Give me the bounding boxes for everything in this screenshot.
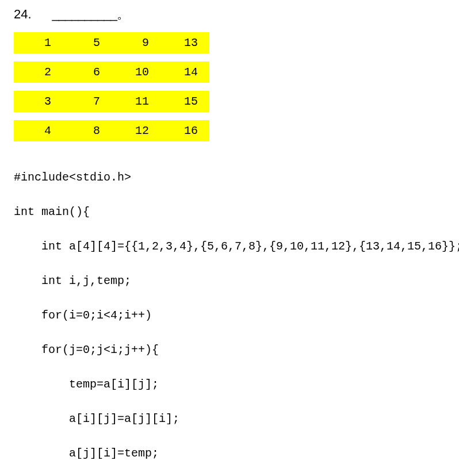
code-block: #include<stdio.h> int main(){ int a[4][4… bbox=[14, 152, 459, 476]
matrix-cell: 2 bbox=[14, 66, 63, 79]
code-line: a[j][i]=temp; bbox=[14, 445, 459, 462]
code-line: temp=a[i][j]; bbox=[14, 376, 459, 393]
blank-line: __________。 bbox=[52, 6, 129, 23]
matrix-row: 2 6 10 14 bbox=[14, 62, 209, 83]
code-line: a[i][j]=a[j][i]; bbox=[14, 410, 459, 428]
matrix-cell: 16 bbox=[160, 124, 209, 137]
question-number: 24. bbox=[14, 7, 32, 22]
matrix-cell: 6 bbox=[63, 66, 112, 79]
code-line: for(i=0;i<4;i++) bbox=[14, 307, 459, 324]
matrix-row: 4 8 12 16 bbox=[14, 120, 209, 141]
matrix-cell: 12 bbox=[112, 124, 160, 137]
matrix-cell: 15 bbox=[160, 95, 209, 108]
code-line: #include<stdio.h> bbox=[14, 169, 459, 186]
matrix-cell: 5 bbox=[63, 36, 112, 49]
matrix-cell: 3 bbox=[14, 95, 63, 108]
matrix-cell: 7 bbox=[63, 95, 112, 108]
code-line: for(j=0;j<i;j++){ bbox=[14, 341, 459, 359]
matrix-row: 1 5 9 13 bbox=[14, 32, 209, 53]
output-matrix: 1 5 9 13 2 6 10 14 3 7 11 15 4 8 12 16 bbox=[14, 32, 459, 141]
matrix-cell: 4 bbox=[14, 124, 63, 137]
matrix-cell: 9 bbox=[112, 36, 160, 49]
code-line: int a[4][4]={{1,2,3,4},{5,6,7,8},{9,10,1… bbox=[14, 238, 459, 255]
matrix-cell: 14 bbox=[160, 66, 209, 79]
matrix-cell: 11 bbox=[112, 95, 160, 108]
matrix-row: 3 7 11 15 bbox=[14, 91, 209, 112]
matrix-cell: 1 bbox=[14, 36, 63, 49]
code-line: int main(){ bbox=[14, 204, 459, 221]
matrix-cell: 10 bbox=[112, 66, 160, 79]
matrix-cell: 13 bbox=[160, 36, 209, 49]
question-header: 24. __________。 bbox=[14, 6, 459, 23]
matrix-cell: 8 bbox=[63, 124, 112, 137]
code-line: int i,j,temp; bbox=[14, 272, 459, 290]
